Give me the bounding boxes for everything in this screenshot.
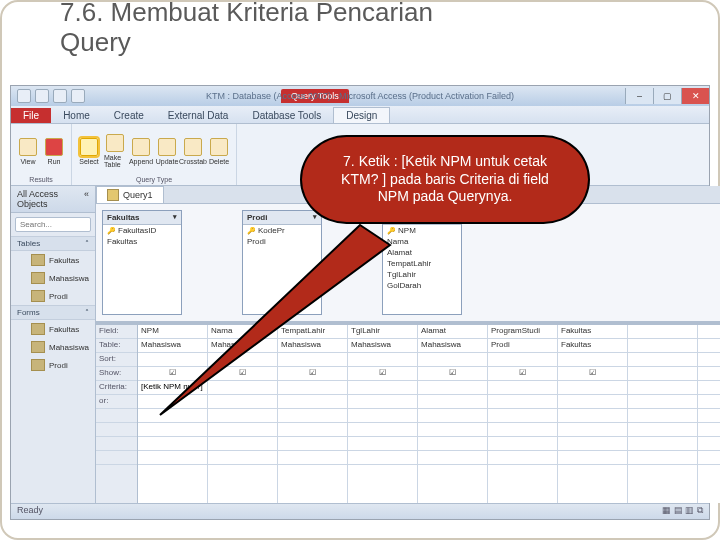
grid-cell[interactable]: Fakultas xyxy=(558,339,627,353)
nav-section-tables-label: Tables xyxy=(17,239,40,248)
grid-cell[interactable]: ☑ xyxy=(558,367,627,381)
view-button[interactable]: View xyxy=(17,138,39,165)
nav-item-prodi-form[interactable]: Prodi xyxy=(11,356,95,374)
grid-cell[interactable]: Mahasiswa xyxy=(418,339,487,353)
table-box-header[interactable]: Fakultas xyxy=(103,211,181,225)
grid-cell[interactable] xyxy=(488,353,557,367)
navpane-header[interactable]: All Access Objects« xyxy=(11,186,95,213)
nav-item-fakultas-form[interactable]: Fakultas xyxy=(11,320,95,338)
grid-cell[interactable] xyxy=(138,353,207,367)
grid-cell[interactable] xyxy=(558,409,627,423)
grid-cell[interactable] xyxy=(208,437,277,451)
grid-cell[interactable]: Fakultas xyxy=(558,325,627,339)
qat-access-icon[interactable] xyxy=(17,89,31,103)
grid-cell[interactable]: NPM xyxy=(138,325,207,339)
grid-cell[interactable] xyxy=(418,353,487,367)
ribbon-group-querytype: Select Make Table Append Update Crosstab… xyxy=(72,124,237,185)
grid-cell[interactable] xyxy=(348,437,417,451)
grid-column[interactable]: AlamatMahasiswa☑ xyxy=(418,325,488,503)
grid-cell[interactable] xyxy=(418,381,487,395)
grid-cell[interactable] xyxy=(138,437,207,451)
nav-item-mahasiswa-table[interactable]: Mahasiswa xyxy=(11,269,95,287)
delete-query-button[interactable]: Delete xyxy=(208,138,230,165)
navigation-pane: All Access Objects« Tables˄ Fakultas Mah… xyxy=(11,186,96,503)
tab-external-data[interactable]: External Data xyxy=(156,108,241,123)
window-title: KTM : Database (Access 2007) - Microsoft… xyxy=(206,91,514,101)
grid-cell[interactable] xyxy=(348,451,417,465)
maketable-button[interactable]: Make Table xyxy=(104,134,126,168)
search-input[interactable] xyxy=(15,217,91,232)
select-query-button[interactable]: Select xyxy=(78,138,100,165)
maketable-label: Make Table xyxy=(104,154,126,168)
grid-cell[interactable] xyxy=(138,423,207,437)
slide-title-line2: Query xyxy=(60,28,433,58)
grid-cell[interactable] xyxy=(138,409,207,423)
nav-section-forms[interactable]: Forms˄ xyxy=(11,305,95,320)
grid-cell[interactable]: ☑ xyxy=(488,367,557,381)
grid-column[interactable]: ProgramStudiProdi☑ xyxy=(488,325,558,503)
field-item[interactable]: FakultasID xyxy=(103,225,181,236)
close-button[interactable]: ✕ xyxy=(681,88,709,104)
view-shortcuts[interactable]: ▦ ▤ ▥ ⧉ xyxy=(662,505,703,518)
grid-cell[interactable] xyxy=(558,381,627,395)
minimize-button[interactable]: – xyxy=(625,88,653,104)
grid-cell[interactable] xyxy=(488,395,557,409)
grid-cell[interactable] xyxy=(488,423,557,437)
run-button[interactable]: Run xyxy=(43,138,65,165)
nav-item-fakultas-table[interactable]: Fakultas xyxy=(11,251,95,269)
grid-cell[interactable] xyxy=(418,395,487,409)
grid-cell[interactable]: Alamat xyxy=(418,325,487,339)
grid-cell[interactable] xyxy=(558,395,627,409)
callout-text: 7. Ketik : [Ketik NPM untuk cetak KTM? ]… xyxy=(341,153,549,204)
qat-undo-icon[interactable] xyxy=(53,89,67,103)
grid-cell[interactable] xyxy=(418,423,487,437)
grid-cell[interactable] xyxy=(418,451,487,465)
tab-design[interactable]: Design xyxy=(333,107,390,123)
tab-database-tools[interactable]: Database Tools xyxy=(240,108,333,123)
grid-cell[interactable] xyxy=(558,353,627,367)
grid-cell[interactable] xyxy=(488,381,557,395)
grid-cell[interactable] xyxy=(488,409,557,423)
file-tab[interactable]: File xyxy=(11,108,51,123)
append-button[interactable]: Append xyxy=(130,138,152,165)
grid-cell[interactable] xyxy=(558,437,627,451)
grid-cell[interactable]: ☑ xyxy=(418,367,487,381)
table-box[interactable]: FakultasFakultasIDFakultas xyxy=(102,210,182,315)
grid-cell[interactable]: Mahasiswa xyxy=(138,339,207,353)
grid-cell[interactable]: Prodi xyxy=(488,339,557,353)
chevron-left-icon[interactable]: « xyxy=(84,189,89,209)
crosstab-button[interactable]: Crosstab xyxy=(182,138,204,165)
tab-home[interactable]: Home xyxy=(51,108,102,123)
qat-redo-icon[interactable] xyxy=(71,89,85,103)
quick-access-toolbar xyxy=(11,89,91,103)
qat-save-icon[interactable] xyxy=(35,89,49,103)
grid-cell[interactable] xyxy=(418,409,487,423)
tab-create[interactable]: Create xyxy=(102,108,156,123)
nav-item-mahasiswa-form[interactable]: Mahasiswa xyxy=(11,338,95,356)
grid-cell[interactable] xyxy=(558,451,627,465)
grid-cell[interactable] xyxy=(488,437,557,451)
nav-section-tables[interactable]: Tables˄ xyxy=(11,236,95,251)
grid-cell[interactable] xyxy=(138,451,207,465)
field-item[interactable]: Fakultas xyxy=(103,236,181,247)
chevron-up-icon: ˄ xyxy=(85,239,89,248)
delete-label: Delete xyxy=(209,158,229,165)
grid-column[interactable]: NPMMahasiswa☑[Ketik NPM nye?] xyxy=(138,325,208,503)
callout-bubble: 7. Ketik : [Ketik NPM untuk cetak KTM? ]… xyxy=(300,135,590,224)
grid-rowlabel: Show: xyxy=(96,367,137,381)
maximize-button[interactable]: ▢ xyxy=(653,88,681,104)
instruction-callout: 7. Ketik : [Ketik NPM untuk cetak KTM? ]… xyxy=(300,135,590,224)
update-button[interactable]: Update xyxy=(156,138,178,165)
grid-cell[interactable] xyxy=(558,423,627,437)
doc-tab-query1[interactable]: Query1 xyxy=(96,186,164,203)
grid-rowlabels: Field:Table:Sort:Show:Criteria:or: xyxy=(96,325,138,503)
group-label-results: Results xyxy=(29,176,52,185)
grid-cell[interactable] xyxy=(278,451,347,465)
grid-cell[interactable] xyxy=(418,437,487,451)
nav-item-prodi-table[interactable]: Prodi xyxy=(11,287,95,305)
grid-cell[interactable] xyxy=(208,451,277,465)
grid-cell[interactable] xyxy=(278,437,347,451)
grid-cell[interactable] xyxy=(488,451,557,465)
grid-cell[interactable]: ProgramStudi xyxy=(488,325,557,339)
grid-column[interactable]: FakultasFakultas☑ xyxy=(558,325,628,503)
